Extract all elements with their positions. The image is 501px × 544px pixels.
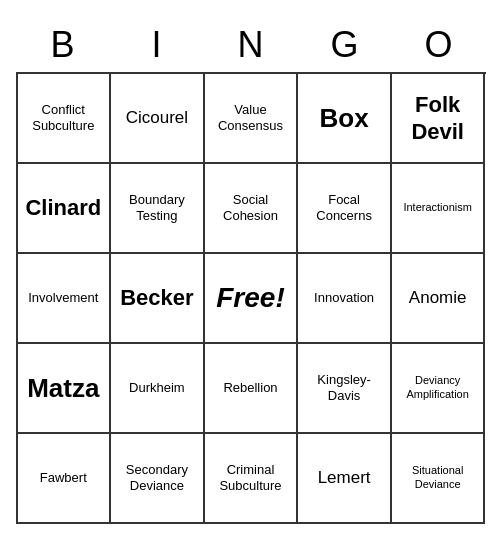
cell-text-r3-c1: Durkheim xyxy=(129,380,185,396)
cell-r3-c4: Deviancy Amplification xyxy=(392,344,486,434)
cell-text-r2-c3: Innovation xyxy=(314,290,374,306)
cell-text-r1-c4: Interactionism xyxy=(403,201,471,215)
cell-r2-c0: Involvement xyxy=(18,254,112,344)
cell-r4-c4: Situational Deviance xyxy=(392,434,486,524)
cell-text-r3-c4: Deviancy Amplification xyxy=(396,374,480,402)
cell-text-r1-c1: Boundary Testing xyxy=(115,192,199,225)
bingo-card: BINGO Conflict SubcultureCicourelValue C… xyxy=(16,20,486,524)
cell-text-r2-c4: Anomie xyxy=(409,287,467,308)
cell-r0-c2: Value Consensus xyxy=(205,74,299,164)
cell-r4-c3: Lemert xyxy=(298,434,392,524)
cell-r2-c3: Innovation xyxy=(298,254,392,344)
cell-text-r4-c0: Fawbert xyxy=(40,470,87,486)
cell-r1-c2: Social Cohesion xyxy=(205,164,299,254)
bingo-grid: Conflict SubcultureCicourelValue Consens… xyxy=(16,72,486,524)
cell-text-r4-c3: Lemert xyxy=(318,467,371,488)
cell-text-r2-c2: Free! xyxy=(216,282,284,314)
header-letter-B: B xyxy=(19,24,107,66)
cell-text-r0-c4: Folk Devil xyxy=(396,91,480,146)
header-letter-O: O xyxy=(395,24,483,66)
cell-r3-c3: Kingsley-Davis xyxy=(298,344,392,434)
cell-r2-c1: Becker xyxy=(111,254,205,344)
cell-r0-c0: Conflict Subculture xyxy=(18,74,112,164)
cell-text-r4-c2: Criminal Subculture xyxy=(209,462,293,495)
cell-text-r1-c2: Social Cohesion xyxy=(209,192,293,225)
cell-r1-c0: Clinard xyxy=(18,164,112,254)
cell-r1-c1: Boundary Testing xyxy=(111,164,205,254)
header-letter-N: N xyxy=(207,24,295,66)
cell-r3-c2: Rebellion xyxy=(205,344,299,434)
bingo-header: BINGO xyxy=(16,20,486,72)
cell-text-r0-c3: Box xyxy=(320,102,369,135)
cell-r3-c1: Durkheim xyxy=(111,344,205,434)
cell-r1-c4: Interactionism xyxy=(392,164,486,254)
cell-text-r3-c3: Kingsley-Davis xyxy=(302,372,386,405)
cell-r0-c4: Folk Devil xyxy=(392,74,486,164)
cell-r3-c0: Matza xyxy=(18,344,112,434)
cell-r4-c2: Criminal Subculture xyxy=(205,434,299,524)
cell-r1-c3: Focal Concerns xyxy=(298,164,392,254)
cell-text-r0-c0: Conflict Subculture xyxy=(22,102,106,135)
cell-text-r4-c1: Secondary Deviance xyxy=(115,462,199,495)
cell-r4-c0: Fawbert xyxy=(18,434,112,524)
cell-text-r4-c4: Situational Deviance xyxy=(396,464,480,492)
cell-text-r2-c1: Becker xyxy=(120,284,193,312)
cell-text-r1-c0: Clinard xyxy=(25,194,101,222)
cell-r2-c2: Free! xyxy=(205,254,299,344)
cell-text-r3-c2: Rebellion xyxy=(223,380,277,396)
cell-r4-c1: Secondary Deviance xyxy=(111,434,205,524)
cell-text-r0-c2: Value Consensus xyxy=(209,102,293,135)
cell-r0-c3: Box xyxy=(298,74,392,164)
cell-text-r1-c3: Focal Concerns xyxy=(302,192,386,225)
header-letter-G: G xyxy=(301,24,389,66)
cell-r2-c4: Anomie xyxy=(392,254,486,344)
header-letter-I: I xyxy=(113,24,201,66)
cell-r0-c1: Cicourel xyxy=(111,74,205,164)
cell-text-r3-c0: Matza xyxy=(27,372,99,405)
cell-text-r0-c1: Cicourel xyxy=(126,107,188,128)
cell-text-r2-c0: Involvement xyxy=(28,290,98,306)
